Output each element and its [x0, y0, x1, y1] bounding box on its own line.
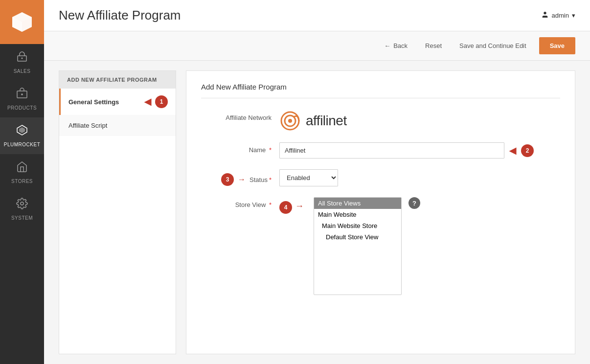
- name-row: Name * ◀ 2: [201, 142, 560, 159]
- page-title: New Affiliate Program: [59, 8, 181, 23]
- step-badge-2: 2: [521, 144, 534, 157]
- left-panel-title: ADD NEW AFFILIATE PROGRAM: [59, 71, 176, 89]
- page-header: New Affiliate Program admin ▾: [44, 0, 590, 31]
- system-icon: [16, 198, 28, 212]
- save-continue-button[interactable]: Save and Continue Edit: [454, 39, 531, 52]
- step3-arrow: →: [238, 175, 246, 184]
- affilinet-logo: affilinet: [279, 110, 347, 132]
- sidebar-item-sales[interactable]: Sales: [0, 44, 44, 81]
- name-control-wrap: ◀ 2: [279, 142, 560, 159]
- step2-arrow: ◀: [509, 145, 516, 156]
- step4-arrow: →: [295, 201, 304, 211]
- status-control-wrap: Enabled Disabled: [279, 169, 560, 186]
- affiliate-network-display: affilinet: [279, 110, 560, 132]
- svg-point-7: [21, 202, 23, 205]
- user-label: admin: [552, 12, 569, 19]
- content-area: ADD NEW AFFILIATE PROGRAM General Settin…: [44, 61, 590, 364]
- arrow-right-icon: ◀: [144, 96, 151, 107]
- user-icon: [541, 11, 549, 20]
- back-button[interactable]: ← Back: [379, 39, 412, 52]
- store-view-control-wrap: 4→ All Store Views Main Website Main Web…: [279, 197, 560, 295]
- nav-item-affiliate-script[interactable]: Affiliate Script: [59, 115, 176, 136]
- stores-icon: [16, 161, 28, 176]
- plumrocket-icon: [16, 124, 28, 139]
- svg-marker-6: [19, 127, 25, 133]
- save-button[interactable]: Save: [539, 37, 575, 54]
- left-nav-panel: ADD NEW AFFILIATE PROGRAM General Settin…: [59, 70, 176, 354]
- sidebar-item-plumrocket[interactable]: Plumrocket: [0, 117, 44, 154]
- sidebar-item-label-system: System: [11, 215, 33, 221]
- sales-icon: [16, 51, 28, 66]
- svg-point-11: [288, 119, 292, 123]
- status-row: 3→Status * Enabled Disabled: [201, 169, 560, 186]
- reset-button[interactable]: Reset: [420, 39, 447, 52]
- affiliate-network-row: Affiliate Network affilinet: [201, 110, 560, 132]
- affilinet-name: affilinet: [306, 113, 347, 129]
- store-view-required-indicator: *: [269, 201, 272, 208]
- step-badge-4: 4: [279, 201, 292, 214]
- sidebar-item-stores[interactable]: Stores: [0, 154, 44, 191]
- back-arrow-icon: ←: [384, 42, 390, 49]
- sidebar: Sales Products Plumrocket Stores System: [0, 0, 44, 364]
- status-label: 3→Status *: [201, 169, 279, 186]
- sidebar-item-label-plumrocket: Plumrocket: [4, 142, 40, 147]
- store-view-help-icon[interactable]: ?: [408, 197, 420, 209]
- sidebar-item-system[interactable]: System: [0, 191, 44, 228]
- products-icon: [16, 88, 28, 102]
- nav-item-general-settings[interactable]: General Settings ◀ 1: [59, 89, 176, 115]
- status-select[interactable]: Enabled Disabled: [279, 169, 338, 186]
- sidebar-item-label-stores: Stores: [11, 179, 33, 184]
- name-input[interactable]: [279, 142, 504, 159]
- main-content: New Affiliate Program admin ▾ ← Back Res…: [44, 0, 590, 364]
- svg-point-1: [22, 58, 23, 59]
- name-required-indicator: *: [269, 146, 272, 154]
- toolbar: ← Back Reset Save and Continue Edit Save: [44, 31, 590, 61]
- user-menu[interactable]: admin ▾: [541, 11, 575, 20]
- sidebar-logo: [0, 0, 44, 44]
- form-section-title: Add New Affiliate Program: [201, 83, 560, 98]
- svg-point-8: [544, 12, 546, 14]
- chevron-down-icon: ▾: [572, 12, 575, 19]
- sidebar-item-label-sales: Sales: [14, 68, 31, 74]
- store-view-label: Store View *: [201, 197, 279, 208]
- step-badge-3: 3: [221, 173, 234, 186]
- name-label: Name *: [201, 142, 279, 154]
- affiliate-network-label: Affiliate Network: [201, 110, 279, 121]
- sidebar-item-label-products: Products: [7, 105, 37, 111]
- store-view-row: Store View * 4→ All Store Views Main Web…: [201, 197, 560, 295]
- step-badge-1: 1: [155, 95, 168, 108]
- store-view-select[interactable]: All Store Views Main Website Main Websit…: [314, 197, 402, 295]
- sidebar-item-products[interactable]: Products: [0, 81, 44, 117]
- form-area: Add New Affiliate Program Affiliate Netw…: [186, 70, 575, 354]
